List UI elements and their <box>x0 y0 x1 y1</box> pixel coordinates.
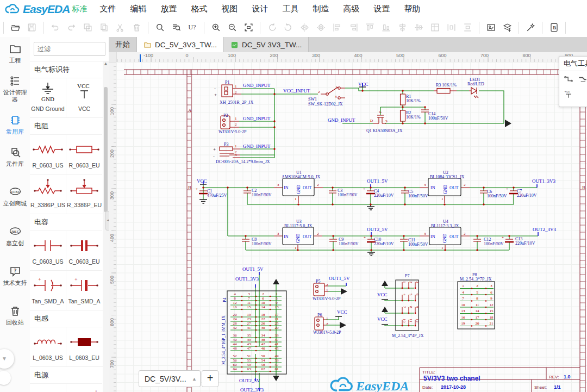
library-part-L_0603_US[interactable]: L_0603_US <box>30 327 66 366</box>
collapse-bubble[interactable]: ▼ <box>0 349 14 369</box>
schematic-label: GND <box>296 184 301 194</box>
library-part-CR1220-2[interactable]: CR1220-2 <box>30 383 66 392</box>
connector-pin-rows <box>230 296 282 372</box>
sidebar-item-parts-lib[interactable]: 元件库 <box>0 140 30 172</box>
schematic-label: DC-005-20A_14.2*9.0mm_JX <box>216 159 270 164</box>
doc-bom-button[interactable] <box>546 20 562 35</box>
schematic-label: 21 <box>275 317 279 321</box>
schematic-label: 100nF/50V <box>339 241 359 246</box>
add-sheet-button[interactable]: + <box>202 370 218 387</box>
electrical-tools-palette: 电气工具 <box>559 56 587 107</box>
schematic-label: GND_INPUT <box>243 116 271 121</box>
sidebar-item-support[interactable]: 技术支持 <box>0 259 30 291</box>
sidebar-item-common-lib[interactable]: 常用库 <box>0 108 30 140</box>
library-part-GND Ground[interactable]: GND Ground <box>30 78 66 117</box>
res-us-symbol <box>30 137 65 162</box>
schematic-label: VCC <box>377 316 388 322</box>
menu-item-帮助[interactable]: 帮助 <box>397 1 427 17</box>
netlist-check-button[interactable] <box>184 20 201 35</box>
doc-tab-2[interactable]: DC_5V 3V3_TW... <box>224 37 309 52</box>
menu-item-高级[interactable]: 高级 <box>336 1 366 17</box>
menu-item-文件[interactable]: 文件 <box>92 1 123 17</box>
folder-open-button[interactable] <box>7 20 23 35</box>
schematic-label: 35 <box>247 333 252 338</box>
library-part-Tan_SMD_A[interactable]: Tan_SMD_A <box>66 270 102 310</box>
schematic-label: - <box>213 154 215 159</box>
sidebar-item-recycle[interactable]: 回收站 <box>0 299 30 331</box>
floating-widget[interactable]: ▼ <box>0 349 16 390</box>
wire-tool-icon[interactable] <box>561 73 576 87</box>
junction-dots <box>202 90 514 251</box>
library-part-C_0603_US[interactable]: C_0603_US <box>30 231 66 270</box>
scroll-up-icon[interactable]: ▲ <box>103 61 109 67</box>
schematic-label: 40 <box>233 338 238 342</box>
menu-item-视图[interactable]: 视图 <box>214 1 245 17</box>
sidebar-item-lcsc[interactable]: 立创商城 <box>0 180 30 212</box>
library-part-DC005-T20[interactable]: DC005-T20 <box>66 383 102 392</box>
library-part-L_0603_EU[interactable]: L_0603_EU <box>66 327 102 366</box>
sheet-tab[interactable]: DC_5V/3V... ▲ <box>139 370 201 387</box>
easyeda-watermark: EasyEDA <box>331 378 409 392</box>
schematic-label: 1 <box>235 116 237 121</box>
zoom-in-button[interactable] <box>208 20 224 35</box>
schematic-label: 3 <box>248 292 250 296</box>
menu-item-工具[interactable]: 工具 <box>275 1 305 17</box>
schematic-label: 41 <box>275 342 279 346</box>
menu-item-放置[interactable]: 放置 <box>153 1 184 17</box>
search-button[interactable] <box>152 20 168 35</box>
schematic-label: 22 <box>261 317 266 321</box>
align-bottom-button <box>378 20 394 35</box>
library-part-C_0603_EU[interactable]: C_0603_EU <box>66 231 102 270</box>
schematic-label: 57 <box>275 363 279 367</box>
magic-wand-button[interactable] <box>522 20 539 35</box>
schematic-label: OUT2_5V <box>239 378 260 383</box>
schematic-label: 10 <box>261 301 266 305</box>
schematic-label: 13 <box>461 309 466 313</box>
zoom-fit-button[interactable] <box>240 20 257 35</box>
library-part-R_0603_EU[interactable]: R_0603_EU <box>66 134 102 174</box>
schematic-label: 43 <box>247 342 252 346</box>
library-part-R_3386P_EU[interactable]: R_3386P_EU <box>66 174 102 214</box>
library-part-Tan_SMD_A[interactable]: Tan_SMD_A <box>30 270 66 310</box>
plus5v-flag-icon[interactable] <box>561 87 576 101</box>
sch-doc-icon <box>230 41 239 49</box>
sidebar-item-jlc[interactable]: 嘉立创 <box>0 220 30 252</box>
schematic-label: P7 <box>405 273 409 278</box>
sidebar-item-design-manager[interactable]: 设计管理器 <box>0 69 30 108</box>
zoom-out-button[interactable] <box>224 20 240 35</box>
doc-tab-0[interactable]: 开始 <box>109 37 137 52</box>
schematic-label: 29 <box>275 326 279 330</box>
bubble-small[interactable] <box>0 371 11 385</box>
schematic-label: 3 <box>235 153 237 157</box>
menu-item-设置[interactable]: 设置 <box>366 1 397 17</box>
library-part-R_0603_US[interactable]: R_0603_US <box>30 134 66 174</box>
toolbar <box>0 18 587 38</box>
easyeda-logo[interactable]: EasyEDA 标准 <box>4 3 87 16</box>
chevron-up-icon[interactable]: ▲ <box>189 376 200 382</box>
menu-item-格式[interactable]: 格式 <box>184 1 214 17</box>
doc-tab-1[interactable]: DC_5V_3V3_TW... <box>137 37 224 52</box>
filter-input[interactable] <box>34 42 105 56</box>
library-part-VCC[interactable]: VCC <box>66 78 102 117</box>
bus-tool-icon[interactable] <box>576 73 587 87</box>
menu-item-制造[interactable]: 制造 <box>305 1 336 17</box>
menu-item-编辑[interactable]: 编辑 <box>123 1 153 17</box>
gnd-symbol <box>30 80 65 105</box>
scrollbar-thumb[interactable] <box>104 87 108 212</box>
sidebar-item-project[interactable]: 工程 <box>0 37 30 69</box>
schematic-label: 2 <box>318 90 320 94</box>
layer-convert-button[interactable] <box>499 20 515 35</box>
schematic-label: 48 <box>233 346 238 351</box>
library-part-R_3386P_US[interactable]: R_3386P_US <box>30 174 66 214</box>
section-title: 电源 <box>30 367 103 383</box>
image-export-button[interactable] <box>483 20 499 35</box>
menu-item-设计[interactable]: 设计 <box>245 1 275 17</box>
schematic-label: 37 <box>275 338 279 342</box>
grid-table-button <box>427 20 443 35</box>
schematic-label: GND <box>443 184 448 194</box>
schematic-label: 45 <box>275 346 279 351</box>
schematic-label: 2 <box>317 232 319 236</box>
cpol-eu-symbol <box>67 273 102 298</box>
search-settings-button[interactable] <box>168 20 184 35</box>
res-eu-symbol <box>67 137 102 162</box>
